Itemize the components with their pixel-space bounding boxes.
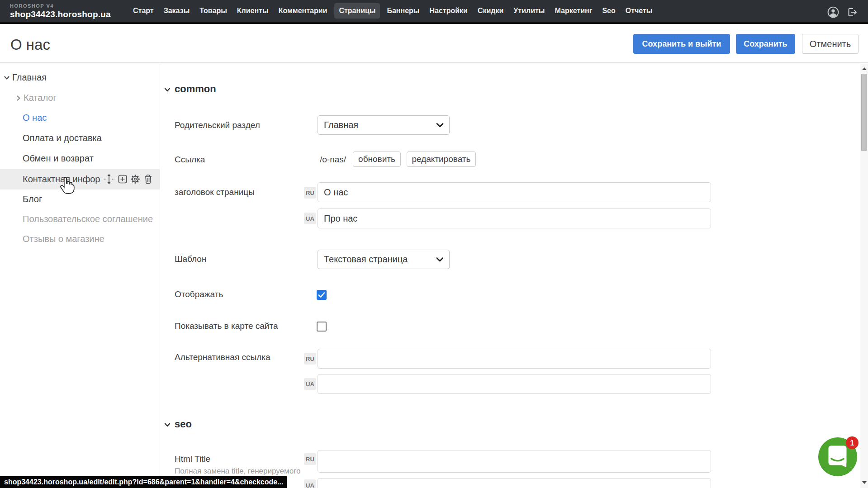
svg-text:1: 1	[850, 439, 854, 447]
